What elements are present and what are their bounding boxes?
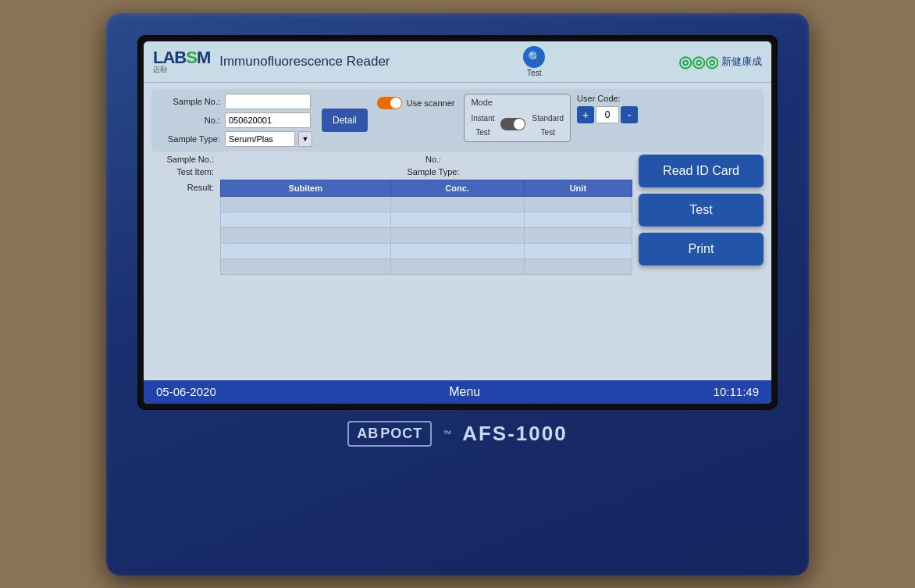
screen-bezel: LABSM 迈勒 Immunofluorescence Reader 🔍 Tes… xyxy=(137,35,778,410)
info-test-item-label: Test Item: xyxy=(151,167,214,176)
result-table: Subitem Conc. Unit xyxy=(220,180,632,275)
col-conc: Conc. xyxy=(390,180,524,196)
table-row xyxy=(221,196,632,212)
test-button[interactable]: Test xyxy=(639,194,764,226)
bottom-brand: AB РОCT ™ AFS-1000 xyxy=(347,421,567,447)
bottom-logo-roct: РОCT xyxy=(380,426,422,442)
sample-type-controls: ▼ xyxy=(225,131,312,147)
no-label: No.: xyxy=(158,116,220,125)
scanner-toggle[interactable] xyxy=(377,97,402,109)
detail-button[interactable]: Detail xyxy=(322,109,368,132)
screen-footer: 05-06-2020 Menu 10:11:49 xyxy=(144,380,771,404)
form-middle: Sample No.: No.: Test Item: Sample Type: xyxy=(151,155,764,275)
brand-right: ◎◎◎ 新健康成 xyxy=(678,52,762,71)
user-code-value: 0 xyxy=(596,106,619,123)
screen-header: LABSM 迈勒 Immunofluorescence Reader 🔍 Tes… xyxy=(144,41,771,83)
form-left: Sample No.: No.: Sample Type: ▼ xyxy=(158,94,312,147)
user-code-area: User Code: + 0 - xyxy=(577,94,638,123)
bottom-logo-box: AB РОCT xyxy=(347,421,432,447)
results-section: Result: Subitem Conc. Unit xyxy=(151,180,632,275)
footer-menu[interactable]: Menu xyxy=(449,385,480,399)
user-code-controls: + 0 - xyxy=(577,106,638,123)
no-input[interactable] xyxy=(225,112,311,128)
screen-content: Sample No.: No.: Sample Type: ▼ xyxy=(144,83,771,380)
logo-area: LABSM 迈勒 Immunofluorescence Reader xyxy=(153,48,390,75)
table-row xyxy=(221,258,632,274)
tm-symbol: ™ xyxy=(443,429,451,438)
bottom-logo-ab: AB xyxy=(357,426,379,442)
form-top: Sample No.: No.: Sample Type: ▼ xyxy=(151,89,764,151)
col-subitem: Subitem xyxy=(221,180,391,196)
scanner-area: Use scanner xyxy=(374,94,458,112)
mode-area: Mode InstantTest StandardTest xyxy=(464,94,571,142)
test-icon-label: Test xyxy=(527,69,541,77)
mode-row: InstantTest StandardTest xyxy=(471,110,564,138)
read-id-card-button[interactable]: Read ID Card xyxy=(639,155,764,187)
app-title: Immunofluorescence Reader xyxy=(219,54,390,69)
brand-logo-icon: ◎◎◎ xyxy=(678,52,718,71)
logo: LABSM 迈勒 xyxy=(153,48,210,75)
table-row xyxy=(221,212,632,227)
info-sample-type-label: Sample Type: xyxy=(407,167,459,176)
sample-type-row: Sample Type: ▼ xyxy=(158,131,312,147)
table-body xyxy=(221,196,632,274)
no-row: No.: xyxy=(158,112,312,128)
footer-time: 10:11:49 xyxy=(714,385,759,398)
instant-test-label: InstantTest xyxy=(471,114,494,137)
footer-date: 05-06-2020 xyxy=(156,385,216,398)
scanner-label: Use scanner xyxy=(407,98,455,108)
col-unit: Unit xyxy=(524,180,632,196)
form-middle-left: Sample No.: No.: Test Item: Sample Type: xyxy=(151,155,632,275)
sample-no-input[interactable] xyxy=(225,94,311,109)
table-row xyxy=(221,243,632,258)
sample-type-dropdown[interactable]: ▼ xyxy=(298,131,312,147)
user-code-minus-button[interactable]: - xyxy=(621,106,638,123)
test-icon-area[interactable]: 🔍 Test xyxy=(523,46,545,77)
device-body: LABSM 迈勒 Immunofluorescence Reader 🔍 Tes… xyxy=(106,13,809,576)
standard-test-label: StandardTest xyxy=(532,114,564,137)
table-header-row: Subitem Conc. Unit xyxy=(221,180,632,196)
info-sample-no-row: Sample No.: No.: xyxy=(151,155,632,164)
sample-type-input[interactable] xyxy=(225,131,295,147)
info-test-item-row: Test Item: Sample Type: xyxy=(151,167,632,176)
mode-title: Mode xyxy=(471,98,564,107)
user-code-plus-button[interactable]: + xyxy=(577,106,594,123)
result-table-wrap: Subitem Conc. Unit xyxy=(220,180,632,275)
user-code-label: User Code: xyxy=(577,94,621,103)
mode-toggle[interactable] xyxy=(500,118,525,130)
sample-type-label: Sample Type: xyxy=(158,134,220,144)
result-label: Result: xyxy=(151,180,214,275)
device-bottom: AB РОCT ™ AFS-1000 xyxy=(347,421,567,447)
sample-no-label: Sample No.: xyxy=(158,97,220,106)
right-buttons: Read ID Card Test Print xyxy=(639,155,764,265)
info-no-label: No.: xyxy=(425,155,441,164)
sample-no-row: Sample No.: xyxy=(158,94,312,109)
scanner-row: Use scanner xyxy=(377,97,455,109)
print-button[interactable]: Print xyxy=(639,233,764,265)
screen: LABSM 迈勒 Immunofluorescence Reader 🔍 Tes… xyxy=(144,41,771,404)
model-text: AFS-1000 xyxy=(462,422,568,446)
info-sample-no-label: Sample No.: xyxy=(151,155,214,164)
test-icon-circle: 🔍 xyxy=(523,46,545,68)
brand-name-cn: 新健康成 xyxy=(721,55,762,69)
table-row xyxy=(221,227,632,243)
